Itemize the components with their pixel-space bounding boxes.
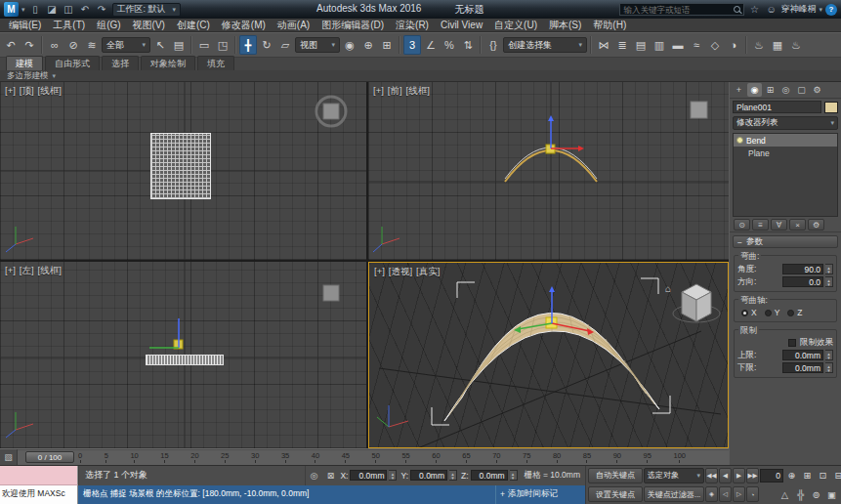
x-coordinate-field[interactable]: 0.0mm — [350, 470, 387, 481]
direction-spinner[interactable]: 0.0 — [782, 276, 823, 287]
viewport-pov-label[interactable]: [左] — [20, 265, 34, 277]
save-file-button[interactable]: ◫ — [62, 2, 76, 17]
previous-frame-button[interactable]: ◀ — [719, 468, 732, 483]
stack-item-plane[interactable]: Plane — [734, 147, 837, 159]
spinner-arrows-icon[interactable]: ▴▾ — [449, 470, 457, 481]
spinner-arrows-icon[interactable]: ▴▾ — [825, 276, 833, 287]
redo-button[interactable]: ↷ — [95, 2, 109, 17]
stack-item-bend[interactable]: Bend — [734, 134, 837, 147]
upper-limit-spinner[interactable]: 0.0mm — [782, 350, 823, 360]
selection-filter-dropdown[interactable]: 全部▾ — [102, 37, 150, 53]
search-input[interactable] — [623, 5, 731, 15]
bend-axis-x-radio[interactable]: X — [741, 308, 757, 317]
new-scene-button[interactable]: ▯ — [28, 2, 43, 17]
sign-in-menu[interactable]: ☺ 穿神峰桐 ▾ — [764, 3, 822, 16]
ribbon-tab-object-paint[interactable]: 对象绘制 — [141, 56, 195, 70]
ribbon-tab-freeform[interactable]: 自由形式 — [45, 56, 100, 70]
play-button[interactable]: ▶ — [733, 468, 745, 483]
previous-key-button[interactable]: ◁ — [719, 486, 732, 502]
menu-item[interactable]: 视图(V) — [127, 19, 171, 31]
menu-item[interactable]: Civil View — [435, 19, 488, 31]
select-and-rotate-button[interactable]: ↻ — [258, 35, 275, 55]
keyboard-shortcut-override-toggle[interactable]: ⊞ — [378, 35, 396, 55]
remove-modifier-button[interactable]: × — [789, 219, 806, 231]
help-icon[interactable]: ? — [825, 4, 837, 16]
timeline-ruler[interactable]: 0 5 10 15 20 — [18, 449, 729, 465]
window-crossing-toggle[interactable]: ◳ — [214, 35, 231, 55]
chevron-down-icon[interactable]: ▾ — [53, 72, 57, 80]
track-bar[interactable]: ▧ 0 / 100 0 5 10 — [0, 448, 729, 465]
toggle-scene-explorer-button[interactable]: ▤ — [632, 35, 650, 55]
toggle-ribbon-button[interactable]: ▬ — [669, 35, 687, 55]
z-coordinate-field[interactable]: 0.0mm — [471, 470, 508, 481]
bind-to-space-warp-button[interactable]: ≋ — [83, 35, 101, 55]
viewport-menu-button[interactable]: [+] — [5, 265, 16, 277]
object-name-field[interactable]: Plane001 — [733, 101, 821, 113]
rendered-frame-window-button[interactable]: ▦ — [769, 35, 786, 55]
command-tab-create[interactable]: + — [732, 83, 746, 97]
select-object-button[interactable]: ↖ — [151, 35, 169, 55]
viewport-left[interactable]: [+] [左] [线框] — [0, 262, 366, 448]
command-tab-display[interactable]: ▢ — [794, 83, 809, 97]
favorites-star-icon[interactable]: ☆ — [747, 4, 761, 15]
bend-axis-y-radio[interactable]: Y — [765, 308, 780, 317]
select-and-scale-button[interactable]: ▱ — [276, 35, 294, 55]
render-production-button[interactable]: ♨ — [787, 35, 805, 55]
show-end-result-button[interactable]: ≡ — [752, 219, 769, 231]
open-file-button[interactable]: ◪ — [45, 2, 60, 17]
menu-item[interactable]: 帮助(H) — [587, 19, 632, 31]
viewport-menu-button[interactable]: [+] — [373, 85, 384, 98]
selection-lock-toggle[interactable]: ⊠ — [322, 466, 338, 485]
edit-named-selection-sets-button[interactable]: {} — [484, 35, 502, 55]
viewport-top[interactable]: [+] [顶] [线框] — [0, 82, 366, 260]
command-tab-hierarchy[interactable]: ⊞ — [763, 83, 778, 97]
material-editor-button[interactable]: ◑ — [725, 35, 742, 55]
selected-filter-dropdown[interactable]: 选定对象▾ — [644, 468, 704, 483]
viewport-pov-label[interactable]: [透视] — [389, 266, 412, 278]
parameters-rollout-header[interactable]: − 参数 — [733, 235, 838, 248]
menu-item[interactable]: 组(G) — [91, 19, 126, 31]
current-frame-field[interactable]: 0 — [760, 469, 783, 483]
viewport-front[interactable]: [+] [前] [线框] — [368, 82, 729, 260]
bend-axis-z-radio[interactable]: Z — [787, 308, 802, 317]
menu-item[interactable]: 渲染(R) — [390, 19, 435, 31]
pan-view-button[interactable]: ╬ — [793, 486, 808, 502]
field-of-view-button[interactable]: △ — [778, 486, 792, 502]
align-button[interactable]: ≣ — [613, 35, 631, 55]
maxscript-macro-recorder[interactable] — [0, 466, 78, 485]
ribbon-tab-populate[interactable]: 填充 — [197, 56, 234, 70]
limit-effect-checkbox[interactable] — [788, 339, 796, 347]
reference-coordinate-dropdown[interactable]: 视图▾ — [295, 37, 340, 53]
auto-key-button[interactable]: 自动关键点 — [588, 468, 643, 483]
modifier-list-dropdown[interactable]: 修改器列表 ▾ — [733, 116, 838, 130]
select-by-name-button[interactable]: ▤ — [170, 35, 188, 55]
curve-editor-button[interactable]: ≈ — [688, 35, 705, 55]
plane-object-top-view[interactable] — [150, 133, 211, 199]
select-and-manipulate-button[interactable]: ⊕ — [359, 35, 377, 55]
infocenter-search[interactable] — [619, 3, 744, 16]
isolate-selection-toggle[interactable]: ◎ — [306, 466, 321, 485]
menu-item[interactable]: 自定义(U) — [488, 19, 543, 31]
command-tab-modify[interactable]: ◉ — [747, 83, 762, 97]
viewport-pov-label[interactable]: [顶] — [20, 85, 34, 98]
menu-item[interactable]: 图形编辑器(D) — [315, 19, 390, 31]
angle-snap-toggle[interactable]: ∠ — [422, 35, 440, 55]
spinner-arrows-icon[interactable]: ▴▾ — [825, 362, 833, 373]
object-color-swatch[interactable] — [824, 102, 838, 113]
unlink-selection-button[interactable]: ⊘ — [64, 35, 82, 55]
viewport-perspective-active[interactable]: [+] [透视] [真实] — [368, 262, 729, 448]
viewport-shading-label[interactable]: [线框] — [38, 85, 62, 98]
viewport-shading-label[interactable]: [线框] — [406, 85, 430, 98]
pin-stack-button[interactable]: ⊙ — [734, 219, 750, 231]
search-icon[interactable] — [734, 6, 740, 13]
command-tab-motion[interactable]: ◎ — [778, 83, 793, 97]
menu-item[interactable]: 编辑(E) — [3, 19, 47, 31]
ribbon-panel-label[interactable]: 多边形建模 — [7, 70, 49, 82]
angle-spinner[interactable]: 90.0 — [782, 264, 823, 274]
ribbon-tab-selection[interactable]: 选择 — [102, 56, 139, 70]
add-time-tag-button[interactable]: + 添加时间标记 — [495, 485, 585, 504]
zoom-extents-button[interactable]: ⊡ — [816, 468, 830, 483]
spinner-snap-toggle[interactable]: ⇅ — [459, 35, 477, 55]
modifier-enable-bulb-icon[interactable] — [736, 137, 743, 144]
time-slider-handle[interactable]: 0 / 100 — [25, 451, 74, 463]
